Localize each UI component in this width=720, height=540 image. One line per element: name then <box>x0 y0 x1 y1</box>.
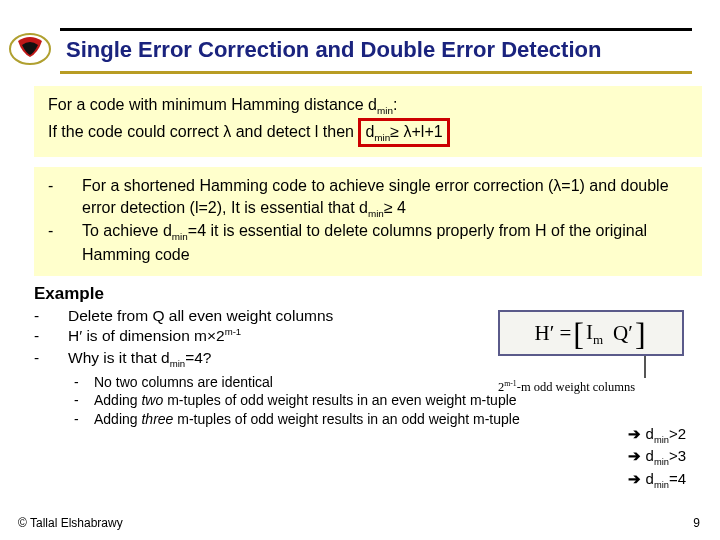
t: Why is it that d <box>68 349 170 366</box>
t: Adding <box>94 392 141 408</box>
t: m-tuples of odd weight results in an odd… <box>173 411 519 427</box>
t: m-1 <box>225 326 242 337</box>
t: : <box>393 96 397 113</box>
example-heading: Example <box>34 284 720 304</box>
t: min <box>368 208 384 219</box>
sub-item-3: - Adding three m-tuples of odd weight re… <box>74 410 702 429</box>
callout-text: 2m-1-m odd weight columns <box>498 380 684 395</box>
t: >2 <box>669 425 686 442</box>
def-line1: For a code with minimum Hamming distance… <box>48 94 692 118</box>
panel-notes: - For a shortened Hamming code to achiev… <box>34 167 702 275</box>
footer: © Tallal Elshabrawy 9 <box>18 516 700 530</box>
t: ≥ λ+l+1 <box>390 123 442 140</box>
t: If the code could correct λ and detect l… <box>48 123 358 140</box>
t: d <box>646 425 654 442</box>
t: min <box>377 105 393 116</box>
t: m-tuples of odd weight results in an eve… <box>163 392 516 408</box>
t: To achieve d <box>82 222 172 239</box>
result-2: dmin>3 <box>628 446 686 469</box>
note-item-1: - For a shortened Hamming code to achiev… <box>48 175 692 220</box>
t: Q′ <box>613 319 633 347</box>
logo-icon <box>8 31 52 67</box>
matrix-formula: H′ = [ Im Q′ ] <box>498 310 684 357</box>
t: =4? <box>185 349 211 366</box>
t: min <box>654 457 669 467</box>
callout-line-icon <box>644 356 646 378</box>
note-item-2: - To achieve dmin=4 it is essential to d… <box>48 220 692 265</box>
def-line2: If the code could correct λ and detect l… <box>48 118 692 148</box>
rule-bottom <box>60 71 692 74</box>
t: =4 <box>669 470 686 487</box>
slide-title: Single Error Correction and Double Error… <box>66 35 601 63</box>
boxed-formula: dmin≥ λ+l+1 <box>358 118 449 148</box>
t: three <box>141 411 173 427</box>
t: min <box>170 358 185 369</box>
t: d <box>646 470 654 487</box>
t: d <box>646 447 654 464</box>
copyright: © Tallal Elshabrawy <box>18 516 123 530</box>
t: m <box>593 332 603 347</box>
t: >3 <box>669 447 686 464</box>
t: I <box>586 320 593 344</box>
t: m-1 <box>504 379 516 388</box>
result-1: dmin>2 <box>628 424 686 447</box>
t: H′ is of dimension m×2 <box>68 328 225 345</box>
t: min <box>654 480 669 490</box>
page-number: 9 <box>693 516 700 530</box>
panel-definition: For a code with minimum Hamming distance… <box>34 86 702 157</box>
t: min <box>172 232 188 243</box>
t: Adding <box>94 411 141 427</box>
t: min <box>374 132 390 143</box>
t: -m odd weight columns <box>517 380 635 394</box>
example-area: - Delete from Q all even weight columns … <box>34 306 702 430</box>
results-column: dmin>2 dmin>3 dmin=4 <box>628 424 686 492</box>
t: d <box>365 123 374 140</box>
t: two <box>141 392 163 408</box>
result-3: dmin=4 <box>628 469 686 492</box>
t: ≥ 4 <box>384 199 406 216</box>
t: For a code with minimum Hamming distance… <box>48 96 377 113</box>
matrix-box: H′ = [ Im Q′ ] 2m-1-m odd weight columns <box>498 310 684 395</box>
t: H′ = <box>534 319 571 347</box>
t: min <box>654 435 669 445</box>
